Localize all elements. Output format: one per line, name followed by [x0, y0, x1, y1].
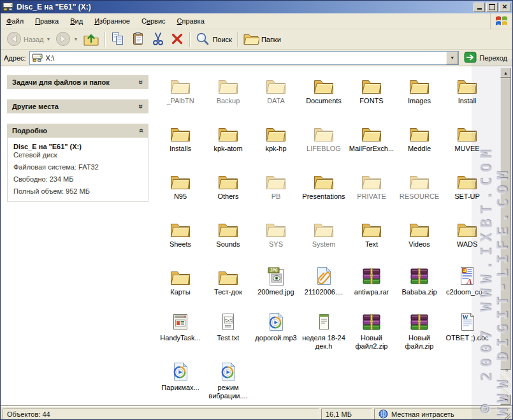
file-item[interactable]: Новый файл2.zip — [347, 310, 396, 351]
file-item[interactable]: WADS — [442, 217, 492, 249]
file-item[interactable]: Ac2doom_co... — [442, 264, 492, 296]
go-label[interactable]: Переход — [479, 54, 507, 62]
file-item[interactable]: RESOURCE — [394, 169, 444, 201]
file-item[interactable]: antiwpa.rar — [347, 264, 396, 296]
file-label: SYS — [251, 240, 301, 249]
folder-icon — [251, 217, 301, 238]
scroll-up-icon[interactable]: ▲ — [500, 68, 511, 78]
file-label: DATA — [251, 97, 301, 105]
cut-icon — [151, 31, 165, 48]
tasks-panel-header[interactable]: Задачи для файлов и папок » — [7, 75, 148, 89]
menu-item-edit[interactable]: Правка — [29, 13, 64, 29]
file-item[interactable]: Text — [347, 217, 396, 249]
file-item[interactable]: _PAlbTN — [155, 73, 205, 105]
other-places-panel-header[interactable]: Другие места » — [7, 99, 148, 113]
minimize-button[interactable] — [473, 3, 485, 12]
menu-item-favorites[interactable]: Избранное — [89, 13, 136, 29]
go-icon[interactable] — [464, 52, 477, 64]
file-item[interactable]: Others — [203, 169, 253, 201]
file-item[interactable]: режим вибрации.... — [203, 360, 253, 400]
forward-dropdown-icon[interactable]: ▼ — [73, 37, 78, 41]
file-item[interactable]: Documents — [299, 73, 349, 105]
file-item[interactable]: kpk-hp — [251, 121, 301, 153]
file-item[interactable]: PB — [251, 169, 301, 201]
vertical-scrollbar[interactable]: ▲ ▼ — [500, 68, 511, 405]
chevron-down-icon[interactable]: » — [137, 80, 146, 85]
chevron-down-icon[interactable]: » — [137, 105, 146, 109]
file-item[interactable]: Тест-док — [203, 264, 253, 296]
status-zone: Местная интрасеть — [374, 409, 510, 420]
file-item[interactable]: Bababa.zip — [394, 264, 444, 296]
other-places-panel-title: Другие места — [12, 103, 59, 110]
file-label: _PAlbTN — [155, 97, 205, 105]
details-panel-header[interactable]: Подробно » — [7, 124, 148, 138]
back-dropdown-icon[interactable]: ▼ — [47, 37, 51, 41]
file-item[interactable]: SYS — [251, 217, 301, 249]
folder-icon — [442, 121, 492, 143]
file-item[interactable]: Sounds — [203, 217, 253, 249]
delete-button[interactable] — [168, 30, 187, 49]
file-item[interactable]: 21102006.... — [299, 264, 349, 296]
file-label: kpk-hp — [251, 145, 301, 153]
file-item[interactable]: kpk-atom — [203, 121, 253, 153]
address-dropdown-icon[interactable]: ▼ — [446, 52, 458, 64]
folder-icon — [155, 121, 205, 143]
file-item[interactable]: JPG200med.jpg — [251, 264, 301, 296]
menu-item-help[interactable]: Справка — [171, 13, 210, 29]
chevron-up-icon[interactable]: » — [137, 129, 146, 133]
paste-button[interactable] — [128, 29, 148, 50]
cut-button[interactable] — [148, 29, 168, 50]
search-button[interactable]: Поиск — [192, 29, 234, 50]
file-item[interactable]: Images — [394, 73, 444, 105]
file-item[interactable]: Installs — [155, 121, 205, 153]
file-item[interactable]: Backup — [203, 73, 253, 105]
file-label: Meddle — [394, 145, 444, 153]
file-item[interactable]: WOTBET ;).doc — [442, 310, 492, 342]
titlebar[interactable]: Disc_E на "E61" (X:) ✕ — [1, 1, 512, 13]
file-item[interactable]: Videos — [394, 217, 444, 249]
folder-icon — [394, 73, 444, 95]
file-item[interactable]: Новый файл.zip — [394, 310, 444, 351]
file-label: Videos — [394, 240, 444, 249]
file-item[interactable]: Meddle — [394, 121, 444, 153]
copy-button[interactable] — [108, 29, 128, 50]
file-item[interactable]: txtTest.txt — [203, 310, 253, 342]
file-item[interactable]: MailForExch... — [347, 121, 396, 153]
menu-item-tools[interactable]: Сервис — [136, 13, 171, 29]
content-area: Задачи для файлов и папок » Другие места… — [1, 66, 512, 406]
close-button[interactable]: ✕ — [499, 3, 510, 12]
file-item[interactable]: LIFEBLOG — [299, 121, 349, 153]
file-item[interactable]: DATA — [251, 73, 301, 105]
back-button[interactable]: Назад ▼ — [4, 29, 53, 50]
address-value[interactable]: X:\ — [46, 54, 444, 62]
folder-icon — [299, 169, 349, 191]
file-item[interactable]: Парикмах... — [155, 360, 205, 392]
file-label: SET-UP — [442, 192, 492, 201]
file-item[interactable]: N95 — [155, 169, 205, 201]
menu-item-file[interactable]: Файл — [1, 13, 29, 29]
up-button[interactable] — [80, 29, 102, 50]
file-item[interactable]: HandyTask... — [155, 310, 205, 342]
menu-item-view[interactable]: Вид — [64, 13, 89, 29]
status-size: 16,1 МБ — [321, 409, 372, 420]
file-item[interactable]: Install — [442, 73, 492, 105]
file-item[interactable]: System — [299, 217, 349, 249]
file-item[interactable]: FONTS — [347, 73, 396, 105]
file-item[interactable]: SET-UP — [442, 169, 492, 201]
maximize-button[interactable] — [486, 3, 498, 12]
file-item[interactable]: Карты — [155, 264, 205, 296]
file-label: antiwpa.rar — [347, 288, 396, 296]
scrollbar-thumb[interactable] — [500, 78, 511, 370]
file-item[interactable]: Sheets — [155, 217, 205, 249]
resize-grip[interactable] — [503, 412, 511, 420]
forward-button[interactable]: ▼ — [53, 29, 80, 50]
file-item[interactable]: MUVEE — [442, 121, 492, 153]
file-item[interactable]: Presentations — [299, 169, 349, 201]
folder-icon — [155, 264, 205, 286]
address-combobox[interactable]: X:\ ▼ — [29, 51, 459, 65]
file-item[interactable]: дорогой.mp3 — [251, 310, 301, 342]
file-item[interactable]: неделя 18-24 дек.h — [299, 310, 349, 351]
file-item[interactable]: PRIVATE — [347, 169, 396, 201]
folders-button[interactable]: Папки — [240, 30, 284, 49]
scroll-down-icon[interactable]: ▼ — [500, 395, 511, 405]
